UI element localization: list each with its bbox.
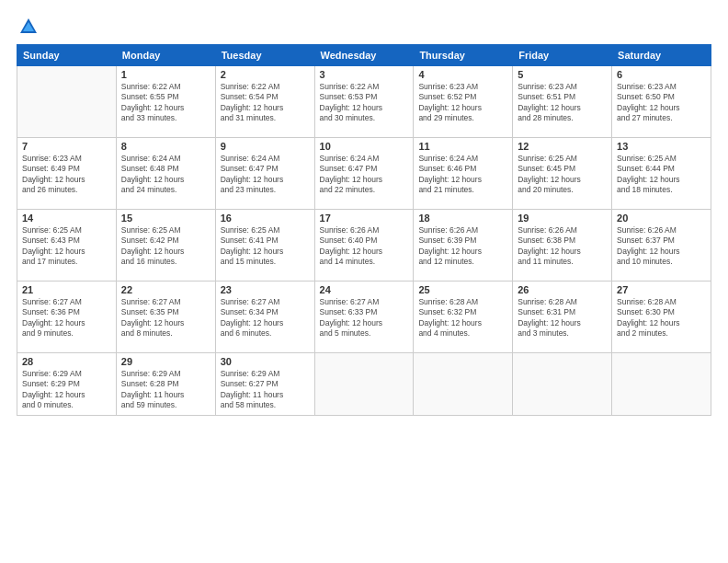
day-number: 11 <box>418 141 507 152</box>
page: SundayMondayTuesdayWednesdayThursdayFrid… <box>0 0 728 563</box>
day-number: 13 <box>617 141 706 152</box>
day-info: Sunrise: 6:26 AM Sunset: 6:39 PM Dayligh… <box>418 225 507 268</box>
calendar-header-sunday: Sunday <box>17 45 117 66</box>
calendar-cell: 4Sunrise: 6:23 AM Sunset: 6:52 PM Daylig… <box>414 66 513 138</box>
calendar-cell: 12Sunrise: 6:25 AM Sunset: 6:45 PM Dayli… <box>513 138 612 210</box>
day-info: Sunrise: 6:22 AM Sunset: 6:53 PM Dayligh… <box>320 82 409 124</box>
logo <box>17 17 39 37</box>
day-number: 28 <box>22 356 111 367</box>
day-number: 12 <box>518 141 607 152</box>
calendar-header-saturday: Saturday <box>612 45 711 66</box>
day-number: 14 <box>22 213 111 224</box>
day-number: 21 <box>22 284 111 295</box>
day-number: 7 <box>22 141 111 152</box>
calendar-header-monday: Monday <box>116 45 215 66</box>
calendar-cell: 26Sunrise: 6:28 AM Sunset: 6:31 PM Dayli… <box>513 282 612 353</box>
day-number: 10 <box>320 141 409 152</box>
calendar-cell <box>414 353 513 416</box>
day-info: Sunrise: 6:29 AM Sunset: 6:28 PM Dayligh… <box>121 369 210 411</box>
day-info: Sunrise: 6:27 AM Sunset: 6:35 PM Dayligh… <box>121 297 210 339</box>
calendar-header-thursday: Thursday <box>414 45 513 66</box>
day-info: Sunrise: 6:22 AM Sunset: 6:55 PM Dayligh… <box>121 82 210 124</box>
logo-icon <box>18 17 39 37</box>
calendar-cell: 30Sunrise: 6:29 AM Sunset: 6:27 PM Dayli… <box>215 353 314 416</box>
day-info: Sunrise: 6:29 AM Sunset: 6:27 PM Dayligh… <box>221 369 310 411</box>
day-info: Sunrise: 6:26 AM Sunset: 6:40 PM Dayligh… <box>320 225 409 268</box>
day-info: Sunrise: 6:23 AM Sunset: 6:52 PM Dayligh… <box>418 82 507 124</box>
day-info: Sunrise: 6:25 AM Sunset: 6:41 PM Dayligh… <box>221 225 310 268</box>
calendar-cell: 6Sunrise: 6:23 AM Sunset: 6:50 PM Daylig… <box>612 66 711 138</box>
day-number: 4 <box>418 69 507 80</box>
day-info: Sunrise: 6:25 AM Sunset: 6:42 PM Dayligh… <box>121 225 210 268</box>
calendar-cell: 16Sunrise: 6:25 AM Sunset: 6:41 PM Dayli… <box>215 210 314 282</box>
logo-general <box>17 17 39 37</box>
day-number: 22 <box>121 284 210 295</box>
calendar-cell: 17Sunrise: 6:26 AM Sunset: 6:40 PM Dayli… <box>314 210 414 282</box>
day-info: Sunrise: 6:26 AM Sunset: 6:38 PM Dayligh… <box>518 225 607 268</box>
calendar-cell <box>513 353 612 416</box>
day-info: Sunrise: 6:25 AM Sunset: 6:45 PM Dayligh… <box>518 154 607 196</box>
calendar-cell: 8Sunrise: 6:24 AM Sunset: 6:48 PM Daylig… <box>116 138 215 210</box>
day-number: 9 <box>221 141 310 152</box>
calendar-cell: 27Sunrise: 6:28 AM Sunset: 6:30 PM Dayli… <box>612 282 711 353</box>
calendar-cell <box>17 66 117 138</box>
calendar-cell: 19Sunrise: 6:26 AM Sunset: 6:38 PM Dayli… <box>513 210 612 282</box>
day-number: 30 <box>221 356 310 367</box>
day-info: Sunrise: 6:27 AM Sunset: 6:34 PM Dayligh… <box>221 297 310 339</box>
calendar-cell: 1Sunrise: 6:22 AM Sunset: 6:55 PM Daylig… <box>116 66 215 138</box>
day-info: Sunrise: 6:24 AM Sunset: 6:48 PM Dayligh… <box>121 154 210 196</box>
day-number: 17 <box>320 213 409 224</box>
calendar-cell: 9Sunrise: 6:24 AM Sunset: 6:47 PM Daylig… <box>215 138 314 210</box>
day-info: Sunrise: 6:22 AM Sunset: 6:54 PM Dayligh… <box>221 82 310 124</box>
day-info: Sunrise: 6:23 AM Sunset: 6:49 PM Dayligh… <box>22 154 111 196</box>
calendar-cell: 18Sunrise: 6:26 AM Sunset: 6:39 PM Dayli… <box>414 210 513 282</box>
calendar-cell: 21Sunrise: 6:27 AM Sunset: 6:36 PM Dayli… <box>17 282 117 353</box>
day-number: 15 <box>121 213 210 224</box>
calendar-cell: 11Sunrise: 6:24 AM Sunset: 6:46 PM Dayli… <box>414 138 513 210</box>
day-info: Sunrise: 6:26 AM Sunset: 6:37 PM Dayligh… <box>617 225 706 268</box>
day-info: Sunrise: 6:24 AM Sunset: 6:46 PM Dayligh… <box>418 154 507 196</box>
calendar-cell: 28Sunrise: 6:29 AM Sunset: 6:29 PM Dayli… <box>17 353 117 416</box>
day-info: Sunrise: 6:27 AM Sunset: 6:36 PM Dayligh… <box>22 297 111 339</box>
calendar-cell: 24Sunrise: 6:27 AM Sunset: 6:33 PM Dayli… <box>314 282 414 353</box>
day-number: 25 <box>418 284 507 295</box>
day-number: 18 <box>418 213 507 224</box>
calendar-cell: 3Sunrise: 6:22 AM Sunset: 6:53 PM Daylig… <box>314 66 414 138</box>
day-info: Sunrise: 6:28 AM Sunset: 6:30 PM Dayligh… <box>617 297 706 339</box>
day-number: 5 <box>518 69 607 80</box>
day-number: 19 <box>518 213 607 224</box>
day-number: 8 <box>121 141 210 152</box>
day-number: 20 <box>617 213 706 224</box>
calendar-cell: 10Sunrise: 6:24 AM Sunset: 6:47 PM Dayli… <box>314 138 414 210</box>
day-number: 26 <box>518 284 607 295</box>
calendar-table: SundayMondayTuesdayWednesdayThursdayFrid… <box>17 44 711 416</box>
day-info: Sunrise: 6:23 AM Sunset: 6:50 PM Dayligh… <box>617 82 706 124</box>
day-info: Sunrise: 6:24 AM Sunset: 6:47 PM Dayligh… <box>320 154 409 196</box>
day-info: Sunrise: 6:25 AM Sunset: 6:44 PM Dayligh… <box>617 154 706 196</box>
calendar-cell: 25Sunrise: 6:28 AM Sunset: 6:32 PM Dayli… <box>414 282 513 353</box>
calendar-cell: 29Sunrise: 6:29 AM Sunset: 6:28 PM Dayli… <box>116 353 215 416</box>
day-number: 6 <box>617 69 706 80</box>
calendar-cell: 20Sunrise: 6:26 AM Sunset: 6:37 PM Dayli… <box>612 210 711 282</box>
calendar-cell: 22Sunrise: 6:27 AM Sunset: 6:35 PM Dayli… <box>116 282 215 353</box>
day-info: Sunrise: 6:24 AM Sunset: 6:47 PM Dayligh… <box>221 154 310 196</box>
day-number: 27 <box>617 284 706 295</box>
day-info: Sunrise: 6:25 AM Sunset: 6:43 PM Dayligh… <box>22 225 111 268</box>
day-number: 24 <box>320 284 409 295</box>
calendar-cell <box>314 353 414 416</box>
day-info: Sunrise: 6:28 AM Sunset: 6:32 PM Dayligh… <box>418 297 507 339</box>
calendar-cell: 7Sunrise: 6:23 AM Sunset: 6:49 PM Daylig… <box>17 138 117 210</box>
day-number: 16 <box>221 213 310 224</box>
day-number: 23 <box>221 284 310 295</box>
calendar-cell <box>612 353 711 416</box>
day-number: 29 <box>121 356 210 367</box>
calendar-header-friday: Friday <box>513 45 612 66</box>
calendar-cell: 5Sunrise: 6:23 AM Sunset: 6:51 PM Daylig… <box>513 66 612 138</box>
day-info: Sunrise: 6:27 AM Sunset: 6:33 PM Dayligh… <box>320 297 409 339</box>
day-info: Sunrise: 6:23 AM Sunset: 6:51 PM Dayligh… <box>518 82 607 124</box>
calendar-cell: 15Sunrise: 6:25 AM Sunset: 6:42 PM Dayli… <box>116 210 215 282</box>
day-info: Sunrise: 6:28 AM Sunset: 6:31 PM Dayligh… <box>518 297 607 339</box>
calendar-cell: 2Sunrise: 6:22 AM Sunset: 6:54 PM Daylig… <box>215 66 314 138</box>
day-info: Sunrise: 6:29 AM Sunset: 6:29 PM Dayligh… <box>22 369 111 411</box>
day-number: 1 <box>121 69 210 80</box>
